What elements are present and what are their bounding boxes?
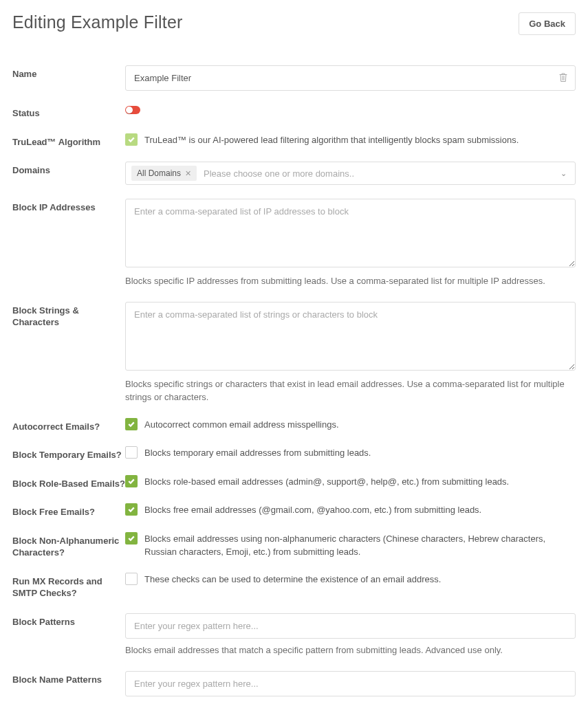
status-label: Status — [12, 104, 125, 120]
domains-select[interactable]: All Domains ✕ Please choose one or more … — [125, 162, 576, 185]
block-temp-label: Block Temporary Emails? — [12, 446, 125, 461]
autocorrect-checkbox[interactable] — [125, 418, 138, 430]
domains-label: Domains — [12, 162, 125, 177]
trulead-description: TruLead™ is our AI-powered lead filterin… — [144, 133, 519, 147]
block-free-checkbox[interactable] — [125, 503, 138, 516]
name-input[interactable] — [125, 65, 576, 91]
block-ips-help: Blocks specific IP addresses from submit… — [125, 275, 576, 288]
block-nonalpha-label: Block Non-Alphanumeric Characters? — [12, 532, 125, 559]
block-role-label: Block Role-Based Emails? — [12, 475, 125, 490]
go-back-button[interactable]: Go Back — [519, 12, 576, 35]
block-role-description: Blocks role-based email addresses (admin… — [144, 475, 509, 489]
autocorrect-label: Autocorrect Emails? — [12, 418, 125, 433]
block-patterns-input[interactable] — [125, 613, 576, 639]
block-strings-help: Blocks specific strings or characters th… — [125, 378, 576, 404]
block-free-label: Block Free Emails? — [12, 503, 125, 518]
trulead-checkbox[interactable] — [125, 133, 138, 146]
run-mx-checkbox[interactable] — [125, 573, 138, 585]
tag-remove-icon[interactable]: ✕ — [185, 170, 191, 177]
run-mx-description: These checks can be used to determine th… — [144, 573, 441, 586]
trash-icon[interactable] — [559, 72, 567, 84]
block-patterns-label: Block Patterns — [12, 613, 125, 628]
chevron-down-icon: ⌄ — [560, 169, 567, 178]
block-temp-description: Blocks temporary email addresses from su… — [144, 446, 371, 460]
block-nonalpha-checkbox[interactable] — [125, 532, 138, 544]
name-label: Name — [12, 65, 125, 80]
block-role-checkbox[interactable] — [125, 475, 138, 487]
autocorrect-description: Autocorrect common email address misspel… — [144, 418, 339, 432]
block-ips-textarea[interactable] — [125, 199, 576, 267]
run-mx-label: Run MX Records and SMTP Checks? — [12, 573, 125, 600]
block-temp-checkbox[interactable] — [125, 446, 138, 459]
trulead-label: TruLead™ Algorithm — [12, 133, 125, 148]
block-ips-label: Block IP Addresses — [12, 199, 125, 214]
block-nonalpha-description: Blocks email addresses using non-alphanu… — [144, 532, 576, 559]
block-free-description: Blocks free email addresses (@gmail.com,… — [144, 503, 481, 517]
domains-placeholder: Please choose one or more domains.. — [204, 168, 569, 179]
domain-tag-label: All Domains — [137, 168, 181, 178]
block-patterns-help: Blocks email addresses that match a spec… — [125, 644, 576, 657]
status-toggle[interactable] — [125, 106, 140, 114]
page-title: Editing Example Filter — [12, 12, 183, 32]
block-name-patterns-input[interactable] — [125, 671, 576, 696]
block-name-patterns-label: Block Name Patterns — [12, 671, 125, 686]
block-strings-label: Block Strings & Characters — [12, 302, 125, 329]
domain-tag[interactable]: All Domains ✕ — [131, 166, 197, 181]
block-strings-textarea[interactable] — [125, 302, 576, 371]
